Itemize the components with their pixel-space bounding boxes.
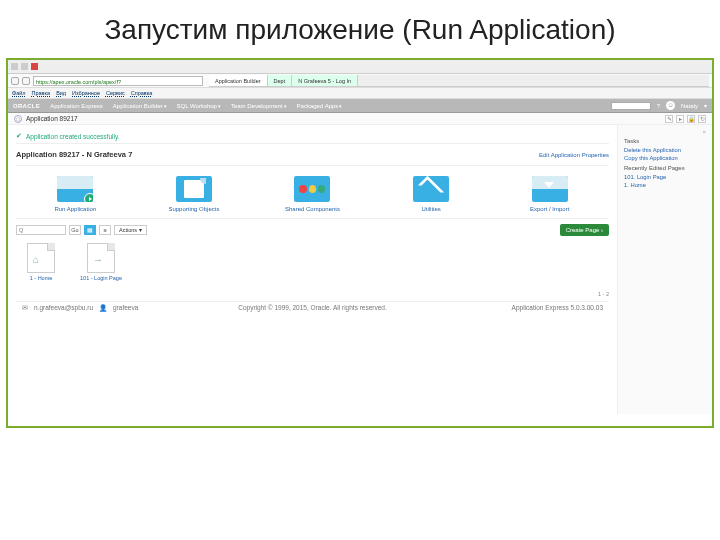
oracle-sublogo: Application Express (50, 103, 103, 109)
user-name[interactable]: Nataly (681, 103, 698, 109)
view-grid-button[interactable]: ▦ (84, 225, 96, 235)
main-content: ✔ Application created successfully. Appl… (8, 125, 617, 414)
firefox-menu-bar: Файл Правка Вид Избранное Сервис Справка (8, 88, 712, 99)
card-label: Shared Components (282, 206, 342, 212)
application-title: Application 89217 - N Grafeeva 7 (16, 150, 132, 159)
card-run-application[interactable]: Run Application (45, 176, 105, 212)
browser-tabs: Application Builder Dept N Grafeeva 5 - … (209, 75, 709, 87)
browser-tab-1[interactable]: Dept (268, 75, 293, 86)
card-shared-components[interactable]: Shared Components (282, 176, 342, 212)
nav-app-builder[interactable]: Application Builder▾ (113, 103, 167, 109)
task-copy-app[interactable]: Copy this Application (624, 154, 706, 162)
nav-team-dev[interactable]: Team Development▾ (231, 103, 287, 109)
task-delete-app[interactable]: Delete this Application (624, 146, 706, 154)
card-label: Utilities (401, 206, 461, 212)
window-min-button[interactable] (11, 63, 18, 70)
app-icon[interactable]: ⬡ (14, 115, 22, 123)
nav-packaged-apps[interactable]: Packaged Apps▾ (297, 103, 343, 109)
footer-workspace: grafeeva (113, 304, 138, 311)
menu-view[interactable]: Вид (56, 90, 66, 96)
sidebar-tasks-heading: Tasks (624, 138, 706, 144)
run-page-button[interactable]: ▸ (676, 115, 684, 123)
view-list-button[interactable]: ≡ (99, 225, 111, 235)
recent-page-101[interactable]: 101. Login Page (624, 173, 706, 181)
page-search-input[interactable] (16, 225, 66, 235)
window-close-button[interactable] (31, 63, 38, 70)
window-max-button[interactable] (21, 63, 28, 70)
sidebar: × Tasks Delete this Application Copy thi… (617, 125, 712, 414)
login-icon: → (93, 254, 103, 265)
create-page-button[interactable]: Create Page › (560, 224, 609, 236)
pagination-text: 1 - 2 (598, 291, 609, 297)
back-button[interactable] (11, 77, 19, 85)
play-icon (84, 193, 93, 202)
forward-button[interactable] (22, 77, 30, 85)
user-avatar-icon[interactable]: ☺ (666, 101, 675, 110)
menu-file[interactable]: Файл (12, 90, 26, 96)
footer-bar: ✉ n.grafeeva@spbu.ru 👤 grafeeva Copyrigh… (16, 301, 609, 313)
footer-user-icon: 👤 (99, 304, 107, 312)
footer-email-icon: ✉ (22, 304, 28, 312)
browser-tab-0[interactable]: Application Builder (209, 75, 268, 86)
check-icon: ✔ (16, 132, 22, 140)
oracle-top-nav: ORACLE Application Express Application B… (8, 99, 712, 113)
sidebar-close-icon[interactable]: × (624, 129, 706, 135)
refresh-button[interactable]: ↻ (698, 115, 706, 123)
edit-page-button[interactable]: ✎ (665, 115, 673, 123)
components-icon (299, 181, 325, 197)
lock-icon[interactable]: 🔒 (687, 115, 695, 123)
success-message: ✔ Application created successfully. (16, 129, 609, 144)
card-supporting-objects[interactable]: Supporting Objects (164, 176, 224, 212)
menu-tools[interactable]: Сервис (106, 90, 125, 96)
page-label: 101 - Login Page (76, 275, 126, 281)
breadcrumb: ⬡ Application 89217 ✎ ▸ 🔒 ↻ (8, 113, 712, 125)
card-label: Supporting Objects (164, 206, 224, 212)
menu-edit[interactable]: Правка (32, 90, 51, 96)
footer-version: Application Express 5.0.3.00.03 (512, 304, 603, 311)
screenshot-frame: https://apex.oracle.com/pls/apex/f?p=400… (6, 58, 714, 428)
export-icon (544, 182, 554, 188)
wrench-icon (418, 176, 445, 202)
page-toolbar: Go ▦ ≡ Actions ▾ Create Page › (16, 219, 609, 241)
oracle-logo: ORACLE (13, 103, 40, 109)
card-label: Export / Import (520, 206, 580, 212)
browser-address-bar: https://apex.oracle.com/pls/apex/f?p=400… (8, 74, 712, 88)
footer-email: n.grafeeva@spbu.ru (34, 304, 93, 311)
slide-title: Запустим приложение (Run Application) (0, 0, 720, 56)
success-text: Application created successfully. (26, 133, 119, 140)
global-search-input[interactable] (611, 102, 651, 110)
user-menu-chevron-icon[interactable]: ▾ (704, 102, 707, 109)
action-cards-row: Run Application Supporting Objects Share… (16, 166, 609, 219)
page-card-home[interactable]: ⌂ 1 - Home (16, 243, 66, 281)
page-card-login[interactable]: → 101 - Login Page (76, 243, 126, 281)
url-input[interactable]: https://apex.oracle.com/pls/apex/f?p=400… (33, 76, 203, 86)
document-icon (184, 180, 204, 198)
page-label: 1 - Home (16, 275, 66, 281)
recent-page-1[interactable]: 1. Home (624, 181, 706, 189)
go-button[interactable]: Go (69, 225, 81, 235)
edit-application-properties-link[interactable]: Edit Application Properties (539, 152, 609, 158)
footer-copyright: Copyright © 1999, 2015, Oracle. All righ… (238, 304, 387, 311)
breadcrumb-text: Application 89217 (26, 115, 78, 122)
page-list: ⌂ 1 - Home → 101 - Login Page (16, 241, 609, 289)
browser-tab-2[interactable]: N Grafeeva 5 - Log In (292, 75, 358, 86)
home-icon: ⌂ (33, 254, 39, 265)
sidebar-recent-heading: Recently Edited Pages (624, 165, 706, 171)
card-export-import[interactable]: Export / Import (520, 176, 580, 212)
menu-favorites[interactable]: Избранное (72, 90, 100, 96)
help-icon[interactable]: ? (657, 103, 660, 109)
menu-help[interactable]: Справка (131, 90, 153, 96)
nav-sql-workshop[interactable]: SQL Workshop▾ (177, 103, 221, 109)
window-titlebar (8, 60, 712, 74)
actions-menu[interactable]: Actions ▾ (114, 225, 147, 235)
card-utilities[interactable]: Utilities (401, 176, 461, 212)
card-label: Run Application (45, 206, 105, 212)
